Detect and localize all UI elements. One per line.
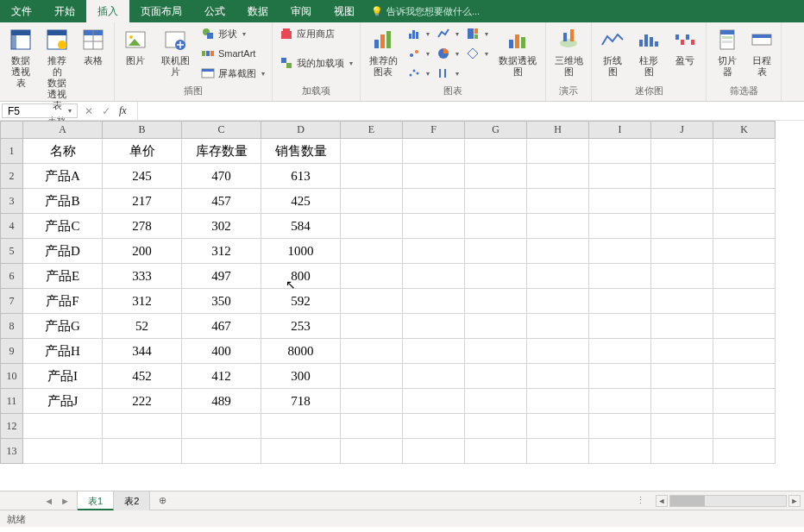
cell-H10[interactable]	[527, 364, 589, 389]
cell-F7[interactable]	[403, 289, 465, 314]
cell-C9[interactable]: 400	[182, 339, 261, 364]
cell-J13[interactable]	[651, 439, 713, 464]
screenshot-button[interactable]: 屏幕截图▾	[198, 64, 268, 83]
col-header-G[interactable]: G	[465, 122, 527, 139]
cell-F1[interactable]	[403, 139, 465, 164]
smartart-button[interactable]: SmartArt	[198, 44, 268, 63]
cell-B9[interactable]: 344	[103, 339, 182, 364]
cell-G12[interactable]	[465, 414, 527, 439]
cell-B2[interactable]: 245	[103, 164, 182, 189]
cell-H3[interactable]	[527, 189, 589, 214]
cell-C3[interactable]: 457	[182, 189, 261, 214]
cell-K13[interactable]	[713, 439, 776, 464]
cell-A6[interactable]: 产品E	[23, 264, 103, 289]
pivot-chart-button[interactable]: 数据透视图	[493, 24, 542, 79]
cell-J2[interactable]	[651, 164, 713, 189]
formula-bar[interactable]	[137, 102, 804, 120]
cell-K4[interactable]	[713, 214, 776, 239]
col-header-J[interactable]: J	[651, 122, 713, 139]
cell-B8[interactable]: 52	[103, 314, 182, 339]
tell-me[interactable]: 💡 告诉我您想要做什么...	[366, 0, 480, 22]
cell-H4[interactable]	[527, 214, 589, 239]
tab-layout[interactable]: 页面布局	[129, 0, 193, 22]
row-header-9[interactable]: 9	[1, 339, 23, 364]
cell-H7[interactable]	[527, 289, 589, 314]
col-header-H[interactable]: H	[527, 122, 589, 139]
cell-D6[interactable]: 800	[261, 264, 341, 289]
new-sheet-button[interactable]: ⊕	[150, 495, 175, 506]
cell-E6[interactable]	[341, 264, 403, 289]
cell-E3[interactable]	[341, 189, 403, 214]
cell-A5[interactable]: 产品D	[23, 239, 103, 264]
cell-E11[interactable]	[341, 389, 403, 414]
cell-A1[interactable]: 名称	[23, 139, 103, 164]
stat-chart-menu[interactable]: ▾	[404, 44, 433, 63]
cell-C7[interactable]: 350	[182, 289, 261, 314]
cell-G7[interactable]	[465, 289, 527, 314]
cell-F11[interactable]	[403, 389, 465, 414]
col-header-A[interactable]: A	[23, 122, 103, 139]
cell-B10[interactable]: 452	[103, 364, 182, 389]
cell-D1[interactable]: 销售数量	[261, 139, 341, 164]
cell-F2[interactable]	[403, 164, 465, 189]
cell-F10[interactable]	[403, 364, 465, 389]
cell-G13[interactable]	[465, 439, 527, 464]
col-header-I[interactable]: I	[589, 122, 651, 139]
store-button[interactable]: 应用商店	[276, 24, 356, 43]
cell-B12[interactable]	[103, 414, 182, 439]
cell-F3[interactable]	[403, 189, 465, 214]
cell-H5[interactable]	[527, 239, 589, 264]
cell-K11[interactable]	[713, 389, 776, 414]
cell-G11[interactable]	[465, 389, 527, 414]
cell-I7[interactable]	[589, 289, 651, 314]
cell-C11[interactable]: 489	[182, 389, 261, 414]
row-header-3[interactable]: 3	[1, 189, 23, 214]
scroll-left-icon[interactable]: ◄	[656, 495, 668, 507]
cell-H9[interactable]	[527, 339, 589, 364]
cell-E9[interactable]	[341, 339, 403, 364]
cell-J3[interactable]	[651, 189, 713, 214]
cell-E5[interactable]	[341, 239, 403, 264]
cancel-icon[interactable]: ✕	[85, 105, 93, 117]
table-button[interactable]: 表格	[76, 24, 110, 68]
row-header-6[interactable]: 6	[1, 264, 23, 289]
cell-H12[interactable]	[527, 414, 589, 439]
col-header-C[interactable]: C	[182, 122, 261, 139]
col-header-E[interactable]: E	[341, 122, 403, 139]
cell-C4[interactable]: 302	[182, 214, 261, 239]
tab-view[interactable]: 视图	[323, 0, 366, 22]
cell-H11[interactable]	[527, 389, 589, 414]
spark-line-button[interactable]: 折线图	[595, 24, 630, 79]
row-header-12[interactable]: 12	[1, 414, 23, 439]
cell-D12[interactable]	[261, 414, 341, 439]
cell-D8[interactable]: 253	[261, 314, 341, 339]
select-all[interactable]	[1, 122, 23, 139]
cell-C12[interactable]	[182, 414, 261, 439]
hscroll-thumb[interactable]	[670, 496, 705, 506]
cell-B4[interactable]: 278	[103, 214, 182, 239]
cell-D10[interactable]: 300	[261, 364, 341, 389]
row-header-5[interactable]: 5	[1, 239, 23, 264]
cell-E13[interactable]	[341, 439, 403, 464]
cell-H2[interactable]	[527, 164, 589, 189]
cell-B7[interactable]: 312	[103, 289, 182, 314]
cell-B13[interactable]	[103, 439, 182, 464]
cell-A10[interactable]: 产品I	[23, 364, 103, 389]
cell-A3[interactable]: 产品B	[23, 189, 103, 214]
cell-F6[interactable]	[403, 264, 465, 289]
cell-C13[interactable]	[182, 439, 261, 464]
tab-review[interactable]: 审阅	[280, 0, 323, 22]
col-header-K[interactable]: K	[713, 122, 776, 139]
cell-J6[interactable]	[651, 264, 713, 289]
cell-G6[interactable]	[465, 264, 527, 289]
shapes-button[interactable]: 形状▾	[198, 24, 268, 43]
sheet-next-icon[interactable]: ►	[60, 496, 70, 506]
cell-J11[interactable]	[651, 389, 713, 414]
spark-winloss-button[interactable]: 盈亏	[668, 24, 702, 68]
cell-J8[interactable]	[651, 314, 713, 339]
cell-A2[interactable]: 产品A	[23, 164, 103, 189]
row-header-8[interactable]: 8	[1, 314, 23, 339]
sheet-tab-1[interactable]: 表1	[78, 491, 114, 510]
cell-J12[interactable]	[651, 414, 713, 439]
cell-I5[interactable]	[589, 239, 651, 264]
